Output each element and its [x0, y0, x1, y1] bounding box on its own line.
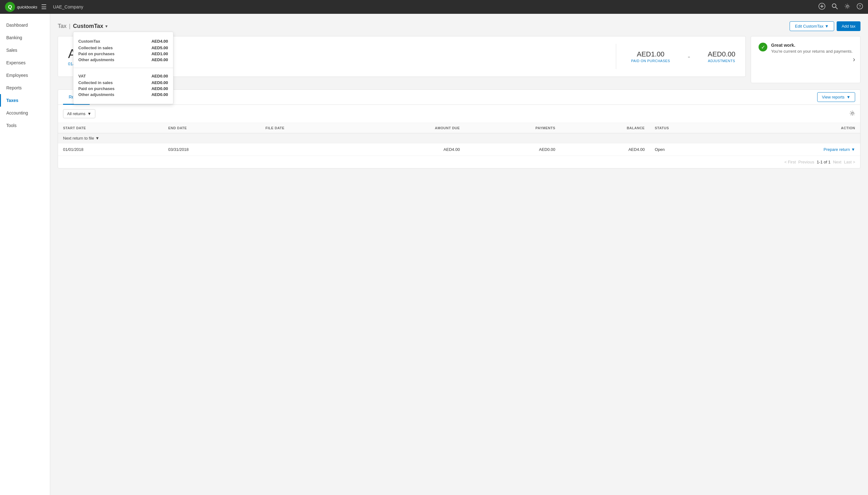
pagination-prev[interactable]: Previous [798, 160, 814, 164]
pagination-last[interactable]: Last > [844, 160, 855, 164]
content-card: Returns Payments View reports ▼ All retu… [58, 89, 861, 168]
prepare-return-link[interactable]: Prepare return ▼ [732, 147, 855, 152]
status-check-icon: ✓ [759, 42, 767, 51]
svg-point-5 [832, 4, 836, 7]
other-label: Other adjustments [79, 57, 115, 62]
sidebar-item-tools[interactable]: Tools [0, 119, 50, 132]
tax-dropdown-section-customtax: CustomTax AED4.00 Collected in sales AED… [73, 36, 173, 65]
filter-settings-icon[interactable] [850, 110, 855, 117]
vat-row-paid: Paid on purchases AED0.00 [79, 86, 168, 91]
customtax-label: CustomTax [73, 23, 103, 30]
tax-dropdown-vat-header[interactable]: VAT AED0.00 [79, 73, 168, 79]
view-reports-caret: ▼ [846, 95, 850, 99]
summary-paid-purchases: AED1.00 PAID ON PURCHASES [631, 50, 670, 63]
status-card: ✓ Great work. You're current on your ret… [751, 36, 861, 83]
add-tax-button[interactable]: Add tax [837, 21, 861, 31]
prepare-return-caret: ▼ [851, 147, 855, 152]
cell-end-date: 03/31/2018 [163, 143, 260, 156]
paid-value: AED1.00 [152, 51, 168, 56]
col-start-date: START DATE [58, 123, 163, 133]
page-title-label: Tax [58, 23, 67, 30]
sidebar-item-banking[interactable]: Banking [0, 31, 50, 44]
view-reports-button[interactable]: View reports ▼ [817, 92, 855, 102]
col-payments: PAYMENTS [465, 123, 560, 133]
col-end-date: END DATE [163, 123, 260, 133]
sidebar-item-dashboard[interactable]: Dashboard [0, 19, 50, 31]
tax-dropdown-row-paid: Paid on purchases AED1.00 [79, 51, 168, 57]
paid-purchases-amount: AED1.00 [631, 50, 670, 58]
summary-divider-1 [616, 44, 616, 69]
settings-icon[interactable] [844, 3, 850, 11]
all-returns-dropdown[interactable]: All returns ▼ [63, 109, 95, 118]
vat-other-label: Other adjustments [79, 92, 115, 97]
company-name: UAE_Company [53, 4, 83, 10]
tabs-right: View reports ▼ [817, 90, 855, 104]
vat-row-other: Other adjustments AED0.00 [79, 91, 168, 98]
paid-label: Paid on purchases [79, 51, 115, 56]
cell-file-date [261, 143, 353, 156]
tax-dropdown-row-collected: Collected in sales AED5.00 [79, 45, 168, 51]
sidebar-item-accounting[interactable]: Accounting [0, 107, 50, 119]
cell-action: Prepare return ▼ [727, 143, 860, 156]
vat-row-collected: Collected in sales AED0.00 [79, 80, 168, 86]
help-icon[interactable]: ? [857, 3, 863, 11]
collected-value: AED5.00 [152, 46, 168, 50]
group-row-label: Next return to file ▼ [63, 136, 855, 140]
page-header-left: Tax | CustomTax ▼ CustomTax AED4.00 Coll… [58, 23, 108, 30]
filter-bar: All returns ▼ [58, 105, 860, 123]
svg-point-7 [846, 5, 848, 7]
group-row-cell: Next return to file ▼ [58, 133, 860, 143]
vat-total: AED0.00 [152, 74, 168, 79]
hamburger-icon[interactable]: ☰ [41, 3, 47, 11]
table-header-row: START DATE END DATE FILE DATE AMOUNT DUE… [58, 123, 860, 133]
search-icon[interactable] [832, 3, 838, 11]
customtax-name: CustomTax [79, 39, 100, 44]
pagination-first[interactable]: < First [784, 160, 796, 164]
group-row-caret: ▼ [95, 136, 99, 140]
summary-sep-1: - [688, 52, 690, 61]
adjustments-amount: AED0.00 [708, 50, 735, 58]
logo: Q quickbooks [5, 2, 37, 12]
filter-caret-icon: ▼ [87, 112, 91, 116]
quickbooks-logo-icon: Q [5, 2, 15, 12]
prepare-return-label: Prepare return [823, 147, 850, 152]
vat-name: VAT [79, 74, 86, 79]
cell-payments: AED0.00 [465, 143, 560, 156]
pagination: < First Previous 1-1 of 1 Next Last > [58, 156, 860, 168]
svg-text:?: ? [859, 4, 861, 9]
edit-customtax-button[interactable]: Edit CustomTax ▼ [789, 21, 834, 31]
sidebar-item-reports[interactable]: Reports [0, 82, 50, 94]
svg-text:Q: Q [8, 4, 12, 10]
pagination-page-info: 1-1 of 1 [817, 160, 830, 164]
collected-label: Collected in sales [79, 46, 113, 50]
add-icon[interactable] [818, 3, 826, 11]
sidebar-item-sales[interactable]: Sales [0, 44, 50, 56]
page-header-right: Edit CustomTax ▼ Add tax [789, 21, 861, 31]
status-text: Great work. You're current on your retur… [771, 42, 853, 54]
edit-dropdown-caret: ▼ [825, 24, 829, 29]
pagination-next[interactable]: Next [833, 160, 841, 164]
sidebar-item-expenses[interactable]: Expenses [0, 56, 50, 69]
table-row: 01/01/2018 03/31/2018 AED4.00 AED0.00 AE… [58, 143, 860, 156]
col-file-date: FILE DATE [261, 123, 353, 133]
col-action: ACTION [727, 123, 860, 133]
cell-start-date: 01/01/2018 [58, 143, 163, 156]
tax-dropdown-section-vat: VAT AED0.00 Collected in sales AED0.00 P… [73, 71, 173, 100]
col-balance: BALANCE [560, 123, 650, 133]
vat-collected-label: Collected in sales [79, 80, 113, 85]
adjustments-label: ADJUSTMENTS [708, 59, 735, 63]
top-navigation: Q quickbooks ☰ UAE_Company ? [0, 0, 868, 14]
tabs-bar: Returns Payments View reports ▼ [58, 90, 860, 105]
sidebar-item-taxes[interactable]: Taxes [0, 94, 50, 107]
cell-balance: AED4.00 [560, 143, 650, 156]
other-value: AED0.00 [152, 57, 168, 62]
tax-dropdown-customtax-header[interactable]: CustomTax AED4.00 [79, 38, 168, 44]
dropdown-divider [73, 68, 173, 68]
customtax-dropdown-trigger[interactable]: CustomTax ▼ CustomTax AED4.00 Collected … [73, 23, 108, 30]
svg-line-6 [836, 7, 837, 9]
sidebar-item-employees[interactable]: Employees [0, 69, 50, 82]
cell-status: Open [650, 143, 727, 156]
status-arrow-icon[interactable]: › [853, 55, 855, 64]
summary-adjustments: AED0.00 ADJUSTMENTS [708, 50, 735, 63]
topnav-right-actions: ? [818, 3, 863, 11]
